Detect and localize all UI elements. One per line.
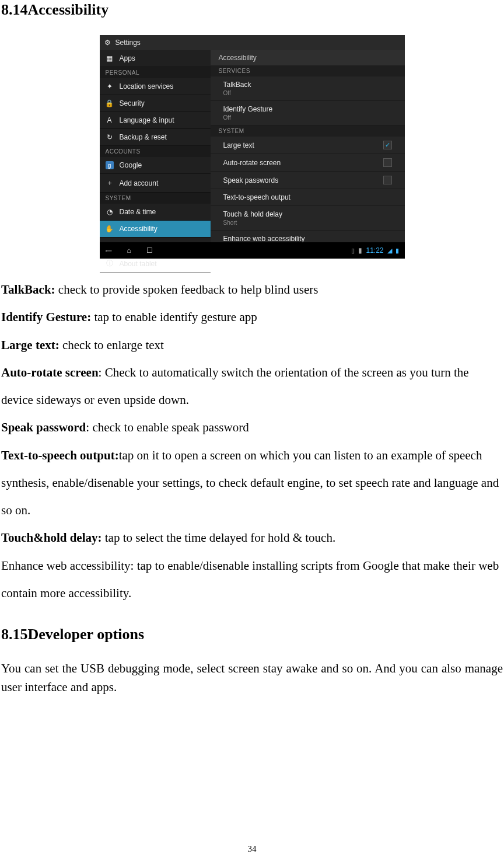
detail-item-label: Auto-rotate screen [223, 159, 281, 167]
term-large-text: Large text: [1, 338, 60, 352]
developer-options-paragraph: You can set the USB debugging mode, sele… [0, 660, 504, 696]
page-number: 34 [0, 844, 504, 854]
detail-item-label: Identify Gesture [223, 105, 273, 113]
status-bar: ▯ ▮ 11:22 ◢ ▮ [351, 246, 398, 255]
checkbox[interactable]: ✓ [383, 141, 392, 149]
section-heading-developer-options: 8.15Developer options [0, 626, 504, 643]
desc-talkback: check to provide spoken feedback to help… [55, 283, 318, 297]
screenshot-container: ⚙ Settings ▦AppsPERSONAL✦Location servic… [0, 35, 504, 259]
term-talkback: TalkBack: [1, 283, 55, 297]
detail-section-header: SERVICES [211, 65, 405, 76]
wifi-icon: ◢ [387, 247, 392, 255]
home-icon[interactable]: ⌂ [127, 246, 131, 255]
sidebar-item-icon: ✦ [106, 82, 114, 90]
sidebar-item-label: Accessibility [120, 225, 158, 233]
detail-list-item[interactable]: Text-to-speech output [211, 189, 405, 206]
desc-touch-hold: tap to select the time delayed for hold … [102, 531, 336, 545]
sidebar-item[interactable]: ◔Date & time [100, 204, 211, 221]
desc-large-text: check to enlarge text [60, 338, 164, 352]
detail-list-item[interactable]: Auto-rotate screen [211, 154, 405, 172]
detail-item-label: Enhance web accessibility [223, 235, 305, 243]
clock: 11:22 [366, 246, 383, 255]
sidebar-item-label: Add account [120, 179, 159, 187]
settings-detail-panel: Accessibility SERVICESTalkBackOffIdentif… [211, 50, 405, 242]
sim-icon: ▮ [358, 246, 362, 255]
detail-item-text: TalkBackOff [223, 81, 251, 96]
detail-list-item[interactable]: TalkBackOff [211, 76, 405, 101]
detail-item-sublabel: Off [223, 114, 273, 121]
gear-icon: ⚙ [104, 39, 111, 47]
sidebar-item-label: Apps [120, 54, 135, 62]
sidebar-item-icon: ✋ [106, 225, 114, 233]
detail-item-text: Enhance web accessibility [223, 235, 305, 243]
term-auto-rotate: Auto-rotate screen [1, 365, 99, 379]
sidebar-item-label: Google [120, 161, 142, 169]
sidebar-item-icon: A [106, 116, 114, 124]
system-navbar: ⟝ ⌂ ☐ ▯ ▮ 11:22 ◢ ▮ [100, 242, 405, 259]
detail-item-text: Speak passwords [223, 176, 279, 184]
sidebar-item[interactable]: ALanguage & input [100, 112, 211, 129]
detail-section-header: SYSTEM [211, 126, 405, 137]
sidebar-item-label: Security [120, 99, 145, 107]
detail-item-text: Large text [223, 141, 254, 149]
term-identify-gesture: Identify Gesture: [1, 310, 91, 324]
detail-item-label: Large text [223, 141, 254, 149]
desc-identify-gesture: tap to enable identify gesture app [91, 310, 257, 324]
sidebar-section-header: PERSONAL [100, 67, 211, 78]
sidebar-section-header: SYSTEM [100, 193, 211, 204]
sidebar-item-label: Location services [120, 82, 174, 90]
detail-item-label: Speak passwords [223, 176, 279, 184]
sidebar-item-icon: 🔒 [106, 99, 114, 107]
checkbox[interactable] [383, 176, 392, 184]
detail-panel-title: Accessibility [211, 50, 405, 65]
sidebar-item[interactable]: ▦Apps [100, 50, 211, 67]
sidebar-item-label: Language & input [120, 116, 174, 124]
app-topbar: ⚙ Settings [100, 35, 405, 50]
detail-item-sublabel: Off [223, 90, 251, 96]
body-text-block: TalkBack: check to provide spoken feedba… [0, 276, 504, 607]
detail-item-text: Identify GestureOff [223, 105, 273, 121]
sidebar-item[interactable]: gGoogle [100, 157, 211, 174]
term-speak-password: Speak password [1, 420, 86, 434]
detail-item-text: Touch & hold delayShort [223, 210, 282, 226]
sidebar-item-icon: ↻ [106, 133, 114, 141]
detail-list-item[interactable]: Identify GestureOff [211, 101, 405, 126]
document-page: 8.14Accessibility ⚙ Settings ▦AppsPERSON… [0, 0, 504, 861]
sidebar-item-icon: ▦ [106, 54, 114, 62]
sidebar-item-label: Backup & reset [120, 133, 167, 141]
screenshot-main: ▦AppsPERSONAL✦Location services🔒Security… [100, 50, 405, 242]
term-tts: Text-to-speech output: [1, 448, 119, 462]
sidebar-item[interactable]: ↻Backup & reset [100, 129, 211, 146]
sidebar-item[interactable]: ＋Add account [100, 174, 211, 193]
detail-list-item[interactable]: Touch & hold delayShort [211, 206, 405, 231]
desc-speak-password: : check to enable speak password [86, 420, 249, 434]
section-heading-accessibility: 8.14Accessibility [0, 0, 504, 19]
sidebar-item-label: Date & time [120, 208, 156, 216]
android-settings-screenshot: ⚙ Settings ▦AppsPERSONAL✦Location servic… [100, 35, 405, 259]
detail-item-text: Auto-rotate screen [223, 159, 281, 167]
detail-item-text: Text-to-speech output [223, 193, 290, 201]
app-title: Settings [116, 39, 141, 47]
detail-list-item[interactable]: Speak passwords [211, 172, 405, 189]
signal-icon: ▮ [396, 247, 399, 255]
sidebar-item[interactable]: 🔒Security [100, 95, 211, 112]
recent-icon[interactable]: ☐ [146, 246, 153, 255]
term-touch-hold: Touch&hold delay: [1, 531, 102, 545]
desc-enhance-web: Enhance web accessibility: tap to enable… [1, 559, 499, 600]
sidebar-item-icon: g [106, 161, 114, 169]
sidebar-item[interactable]: ✦Location services [100, 78, 211, 95]
detail-item-label: Text-to-speech output [223, 193, 290, 201]
detail-panel-list: SERVICESTalkBackOffIdentify GestureOffSY… [211, 65, 405, 248]
checkbox[interactable] [383, 158, 392, 167]
detail-list-item[interactable]: Large text✓ [211, 137, 405, 154]
nav-buttons: ⟝ ⌂ ☐ [106, 246, 153, 255]
detail-item-label: Touch & hold delay [223, 210, 282, 218]
sidebar-item-label: About tablet [120, 260, 157, 268]
sidebar-item-icon: ＋ [106, 178, 114, 188]
back-icon[interactable]: ⟝ [106, 246, 112, 255]
sidebar-item[interactable]: ✋Accessibility [100, 221, 211, 238]
sidebar-item-icon: ◔ [106, 208, 114, 216]
detail-item-sublabel: Short [223, 219, 282, 226]
sidebar-section-header: ACCOUNTS [100, 146, 211, 157]
detail-item-label: TalkBack [223, 81, 251, 89]
